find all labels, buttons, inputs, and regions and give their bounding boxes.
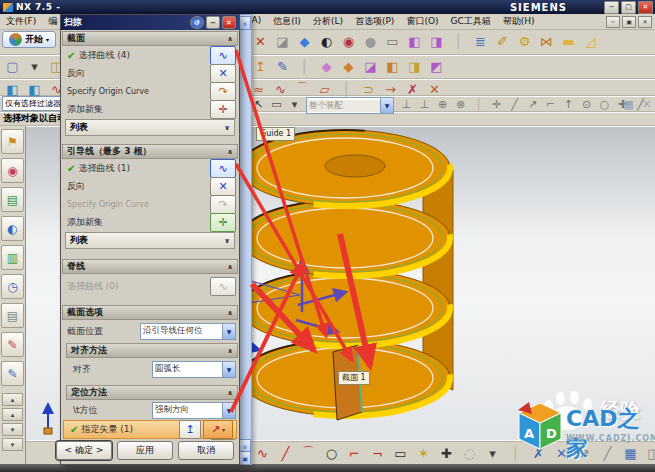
dialog-titlebar[interactable]: 扫掠 ↺ − ✕ <box>61 15 239 30</box>
doc-close-button[interactable]: ✕ <box>638 16 652 28</box>
cursor-icon[interactable]: ↖ <box>250 97 267 112</box>
snap-scatter-icon[interactable]: ✛ <box>488 97 505 112</box>
grid-icon[interactable]: ▦ <box>620 97 637 112</box>
pattern-icon[interactable]: ▦ <box>620 443 641 463</box>
assembly-navigator-tab[interactable]: ⚑ <box>1 129 24 154</box>
specify-vector-button[interactable]: ↗▾ <box>203 420 233 439</box>
arc-icon[interactable]: ⌒ <box>298 443 319 463</box>
gray-sphere-icon[interactable]: ● <box>360 31 381 51</box>
snap-line-icon[interactable]: ╱ <box>506 97 523 112</box>
chamfer-icon[interactable]: ✗ <box>528 443 549 463</box>
analysis-icon[interactable]: ◉ <box>338 31 359 51</box>
unite-icon[interactable]: ◨ <box>404 56 425 76</box>
angle-icon[interactable]: ◿ <box>580 31 601 51</box>
snap-anchor-icon[interactable]: ⊗ <box>452 97 469 112</box>
section-group-header[interactable]: 截面∧ <box>62 31 238 46</box>
alignment-method-header[interactable]: 对齐方法∧ <box>66 343 238 358</box>
n-sided-icon[interactable]: ▱ <box>314 79 335 99</box>
menu-item[interactable]: 窗口(O) <box>400 15 444 28</box>
snap-center-icon[interactable]: ⊙ <box>578 97 595 112</box>
section-add-new-set-button[interactable]: ✛ <box>210 100 236 119</box>
offset-curve-icon[interactable]: ⊃ <box>358 79 379 99</box>
orientation-dropdown[interactable]: 强制方向 ▼ <box>152 402 236 419</box>
cancel-button[interactable]: 取消 <box>178 441 234 460</box>
plane-display-icon[interactable]: ▭ <box>382 31 403 51</box>
spine-group-header[interactable]: 脊线∧ <box>62 259 238 274</box>
history-tab[interactable]: ◷ <box>1 274 24 299</box>
pane-down-icon[interactable]: ▾ <box>2 423 23 436</box>
ok-button[interactable]: < 确定 > <box>56 441 112 460</box>
pane-up-icon[interactable]: ▴ <box>2 408 23 421</box>
spline-icon[interactable]: ∿ <box>252 443 273 463</box>
snap-corner-icon[interactable]: ⌐ <box>542 97 559 112</box>
ruled-surface-icon[interactable]: ⌒ <box>292 79 313 99</box>
extend-icon[interactable]: ↗ <box>574 443 595 463</box>
vector-reverse-button[interactable]: ✕ <box>210 439 236 441</box>
mirror-icon[interactable]: ◫ <box>643 443 655 463</box>
apply-button[interactable]: 应用 <box>117 441 173 460</box>
rotate-right-icon[interactable]: ◨ <box>426 31 447 51</box>
new-doc-icon[interactable]: ▢ <box>2 56 23 76</box>
boss-icon[interactable]: ◧ <box>382 56 403 76</box>
menu-item[interactable]: 分析(L) <box>307 15 349 28</box>
reuse-library-tab[interactable]: ◐ <box>1 216 24 241</box>
section-position-dropdown[interactable]: 沿引导线任何位 ▼ <box>140 323 236 340</box>
shaded-face-icon[interactable]: ◪ <box>272 31 293 51</box>
minimize-button[interactable]: − <box>604 1 619 14</box>
rect-select-icon[interactable]: ▭ <box>268 97 285 112</box>
system-views-tab[interactable]: ▤ <box>1 303 24 328</box>
restore-button[interactable]: ▢ <box>621 1 636 14</box>
section-list-bar[interactable]: 列表∨ <box>65 119 235 136</box>
pane-up-icon[interactable]: ▴ <box>2 393 23 406</box>
half-shade-icon[interactable]: ◐ <box>316 31 337 51</box>
touch-tab[interactable]: ✎ <box>1 361 24 386</box>
close-x-icon[interactable]: ✕ <box>638 97 655 112</box>
resize-grip-icon[interactable]: ▣ <box>239 451 251 465</box>
ruler-icon[interactable]: ▬ <box>558 31 579 51</box>
dialog-minimize-button[interactable]: − <box>206 16 220 29</box>
section-options-header[interactable]: 截面选项∧ <box>62 305 238 320</box>
menu-item[interactable]: 文件(F) <box>0 15 42 28</box>
guides-select-curve-button[interactable]: ∿ <box>210 159 236 178</box>
trim-icon[interactable]: ✗ <box>402 79 423 99</box>
bridge-curve-icon[interactable]: → <box>380 79 401 99</box>
extrude-icon[interactable]: ◆ <box>316 56 337 76</box>
dialog-close-button[interactable]: ✕ <box>222 16 236 29</box>
close-pane-icon[interactable]: ✕ <box>250 31 271 51</box>
swept-icon[interactable]: ∿ <box>270 79 291 99</box>
menu-item[interactable]: 帮助(H) <box>497 15 541 28</box>
datum-axis-icon[interactable]: ↥ <box>250 56 271 76</box>
guides-list-bar[interactable]: 列表∨ <box>65 232 235 249</box>
studio-spline-icon[interactable]: ✶ <box>413 443 434 463</box>
titlebar[interactable]: NX 7.5 - SIEMENS − ▢ ✕ <box>0 0 655 14</box>
alignment-dropdown[interactable]: 圆弧长 ▼ <box>152 361 236 378</box>
menu-item[interactable]: 信息(I) <box>267 15 307 28</box>
dialog-scrollbar[interactable]: ∧ ∨ ▣ <box>238 14 252 465</box>
circle-icon[interactable]: ○ <box>321 443 342 463</box>
subtract-icon[interactable]: ◩ <box>426 56 447 76</box>
guides-add-new-set-button[interactable]: ✛ <box>210 213 236 232</box>
x-form-icon[interactable]: ✕ <box>424 79 445 99</box>
point-icon[interactable]: ✚ <box>436 443 457 463</box>
hd3d-tool-tab[interactable]: ▥ <box>1 245 24 270</box>
scroll-up-icon[interactable]: ∧ <box>239 16 251 30</box>
revolve-icon[interactable]: ◆ <box>338 56 359 76</box>
snap-circle-icon[interactable]: ○ <box>596 97 613 112</box>
scope-dropdown[interactable]: 整个装配 ▼ <box>306 97 394 114</box>
section-reverse-button[interactable]: ✕ <box>210 64 236 83</box>
menu-item[interactable]: GC工具箱 <box>444 15 496 28</box>
selection-filter-input[interactable]: 仅有选择过滤器 <box>2 96 63 111</box>
section-origin-curve-button[interactable]: ↷ <box>210 82 236 101</box>
fillet-alt-icon[interactable]: ¬ <box>367 443 388 463</box>
menu-item[interactable]: 首选项(P) <box>349 15 400 28</box>
close-button[interactable]: ✕ <box>638 1 653 14</box>
rectangle-icon[interactable]: ▭ <box>390 443 411 463</box>
part-navigator-tab[interactable]: ▤ <box>1 187 24 212</box>
rotate-left-icon[interactable]: ◧ <box>404 31 425 51</box>
blend-icon[interactable]: ◌ <box>459 443 480 463</box>
isometric-cube-icon[interactable]: ◆ <box>294 31 315 51</box>
snap-endpoint-icon[interactable]: ⊥ <box>398 97 415 112</box>
snap-up-icon[interactable]: ↑ <box>560 97 577 112</box>
doc-restore-button[interactable]: ▣ <box>622 16 636 28</box>
orientation-method-header[interactable]: 定位方法∧ <box>66 385 238 400</box>
